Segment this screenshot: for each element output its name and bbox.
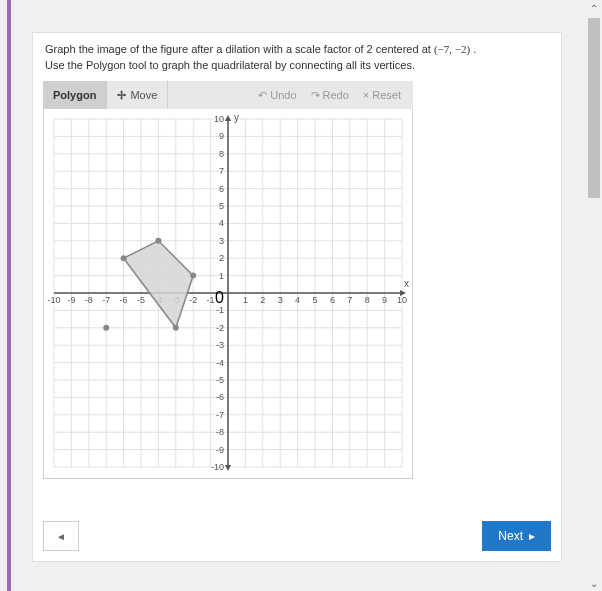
svg-text:-5: -5 [216,375,224,385]
instruction-line-2: Use the Polygon tool to graph the quadri… [45,59,549,71]
polygon-tool-label: Polygon [53,89,96,101]
page-scrollbar[interactable]: ⌃ ⌄ [586,0,602,591]
svg-text:3: 3 [278,295,283,305]
svg-text:x: x [404,278,409,289]
undo-button[interactable]: ↶ Undo [252,89,302,102]
svg-text:8: 8 [219,149,224,159]
toolbar-spacer [168,81,246,109]
scroll-thumb[interactable] [588,18,600,198]
left-accent-bar [7,0,11,591]
svg-text:-9: -9 [67,295,75,305]
coordinate-graph[interactable]: xy-10-9-8-7-6-5-4-3-2-112345678910-10-9-… [43,109,413,479]
svg-text:1: 1 [219,271,224,281]
polygon-tool-button[interactable]: Polygon [43,81,107,109]
svg-text:-6: -6 [216,392,224,402]
instruction-1-post: . [470,43,476,55]
svg-text:9: 9 [219,131,224,141]
prev-icon: ◄ [56,531,66,542]
move-tool-label: Move [130,89,157,101]
svg-text:-10: -10 [47,295,60,305]
svg-text:1: 1 [243,295,248,305]
svg-text:-7: -7 [102,295,110,305]
svg-text:y: y [234,112,239,123]
svg-point-93 [190,273,196,279]
svg-text:-1: -1 [207,295,215,305]
reset-button[interactable]: × Reset [357,89,407,101]
instruction-line-1: Graph the image of the figure after a di… [45,43,549,55]
svg-text:-10: -10 [211,462,224,472]
graph-canvas[interactable]: xy-10-9-8-7-6-5-4-3-2-112345678910-10-9-… [44,109,412,477]
reset-label: Reset [372,89,401,101]
reset-icon: × [363,89,369,101]
svg-marker-45 [225,115,231,121]
move-tool-button[interactable]: ✢ Move [107,81,168,109]
svg-text:4: 4 [219,218,224,228]
svg-text:3: 3 [219,236,224,246]
svg-text:-3: -3 [216,340,224,350]
svg-text:-9: -9 [216,445,224,455]
svg-text:-1: -1 [216,305,224,315]
svg-marker-46 [225,465,231,471]
svg-text:-6: -6 [120,295,128,305]
svg-text:10: 10 [214,114,224,124]
dilation-center: (−7, −2) [434,43,470,55]
svg-text:4: 4 [295,295,300,305]
move-icon: ✢ [117,89,126,102]
svg-text:8: 8 [365,295,370,305]
svg-point-94 [173,325,179,331]
svg-text:-7: -7 [216,410,224,420]
svg-text:-8: -8 [85,295,93,305]
svg-point-95 [103,325,109,331]
svg-text:6: 6 [330,295,335,305]
svg-text:0: 0 [215,289,224,306]
instruction-1-pre: Graph the image of the figure after a di… [45,43,434,55]
svg-text:2: 2 [219,253,224,263]
svg-text:6: 6 [219,184,224,194]
svg-text:2: 2 [260,295,265,305]
svg-text:-2: -2 [189,295,197,305]
next-label: Next [498,529,523,543]
next-button[interactable]: Next ▸ [482,521,551,551]
svg-text:7: 7 [347,295,352,305]
undo-icon: ↶ [258,89,267,102]
question-card: Graph the image of the figure after a di… [32,32,562,562]
undo-label: Undo [270,89,296,101]
svg-text:-2: -2 [216,323,224,333]
svg-text:9: 9 [382,295,387,305]
svg-text:-4: -4 [216,358,224,368]
svg-text:-5: -5 [137,295,145,305]
next-icon: ▸ [529,529,535,543]
redo-button[interactable]: ↷ Redo [305,89,355,102]
svg-text:-8: -8 [216,427,224,437]
prev-button[interactable]: ◄ [43,521,79,551]
svg-point-91 [121,255,127,261]
svg-text:5: 5 [312,295,317,305]
svg-text:5: 5 [219,201,224,211]
toolbar-right-group: ↶ Undo ↷ Redo × Reset [246,81,413,109]
svg-text:10: 10 [397,295,407,305]
graph-toolbar: Polygon ✢ Move ↶ Undo ↷ Redo × Reset [43,81,413,109]
redo-icon: ↷ [311,89,320,102]
scroll-down-arrow[interactable]: ⌄ [586,575,602,591]
nav-bar: ◄ Next ▸ [43,521,551,551]
redo-label: Redo [323,89,349,101]
scroll-up-arrow[interactable]: ⌃ [586,0,602,16]
svg-text:7: 7 [219,166,224,176]
svg-point-92 [155,238,161,244]
